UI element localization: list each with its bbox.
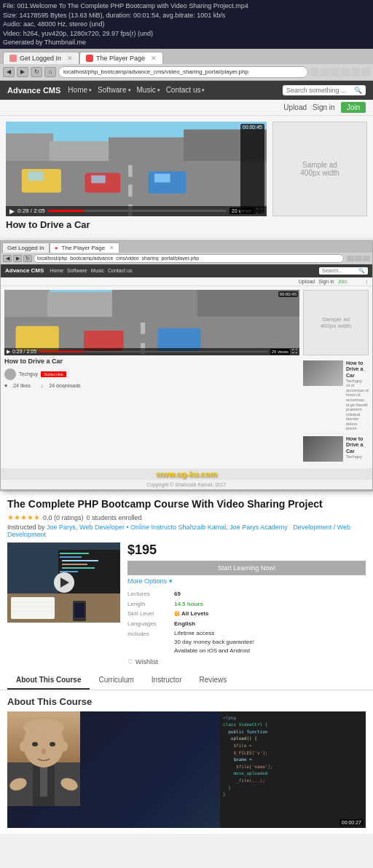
start-learning-button[interactable]: Start Learning Now! bbox=[127, 561, 366, 575]
svg-rect-2 bbox=[50, 141, 113, 161]
instructor-line: Instructed by Joe Parys, Web Developer •… bbox=[7, 524, 366, 538]
tab-about-course[interactable]: About This Course bbox=[7, 671, 90, 690]
course-section: The Complete PHP Bootcamp Course With Vi… bbox=[0, 490, 373, 671]
svg-rect-24 bbox=[16, 326, 59, 351]
thumb-channel-2: Techguy bbox=[346, 454, 369, 459]
nav-home[interactable]: Home bbox=[68, 86, 92, 94]
header-search[interactable]: 🔍 bbox=[283, 85, 366, 95]
inner-search-icon[interactable]: 🔍 bbox=[358, 268, 365, 274]
instructor-link[interactable]: Joe Parys, Web Developer • Online Instru… bbox=[47, 524, 288, 531]
inner-upload[interactable]: Upload bbox=[299, 279, 315, 284]
meta-includes: Includes Lifetime access30 day money bac… bbox=[127, 629, 366, 655]
inner-join[interactable]: Join bbox=[338, 279, 348, 284]
meta-length: Length 14.5 hours bbox=[127, 599, 366, 609]
tab-get-logged-in[interactable]: Get Logged In ✕ bbox=[3, 52, 79, 64]
second-tab-login[interactable]: Get Logged In bbox=[2, 242, 50, 253]
join-button[interactable]: Join bbox=[341, 102, 366, 113]
video-controls: ▶ 0:29 / 2:05 20 views ⛶ bbox=[6, 206, 267, 216]
inner-search[interactable]: 🔍 bbox=[319, 267, 368, 275]
copyright-text: Copyright © Shahzaib Kamal, 2017 bbox=[146, 482, 226, 487]
file-info-bar: File: 001.Welcome To The Complete PHP Bo… bbox=[0, 0, 373, 49]
inner-video-section: ▶ 0:29 / 2:05 20 views ⛶ 00:00:45 How to… bbox=[4, 290, 299, 465]
progress-bar[interactable] bbox=[48, 210, 227, 212]
tab-close[interactable]: ✕ bbox=[67, 55, 73, 62]
inner-video-title: How to Drive a Car bbox=[4, 355, 299, 367]
meta-skill: Skill Level ▤ All Levels bbox=[127, 609, 366, 619]
upload-link[interactable]: Upload bbox=[283, 103, 307, 111]
copyright-bar: Copyright © Shahzaib Kamal, 2017 bbox=[1, 480, 372, 489]
inner-video-controls: ▶ 0:29 / 2:05 20 views ⛶ bbox=[4, 348, 299, 355]
course-thumbnail[interactable] bbox=[7, 542, 120, 623]
wishlist-button[interactable]: ♡ Wishlist bbox=[127, 658, 366, 666]
course-rating: ★★★★★ 0.0 (0 ratings) 0 students enrolle… bbox=[7, 513, 366, 521]
video-player[interactable]: ▶ 0:29 / 2:05 20 views ⛶ 00:00:45 bbox=[6, 122, 267, 216]
inner-nav-contact[interactable]: Contact us bbox=[108, 268, 132, 273]
play-circle[interactable] bbox=[54, 572, 74, 593]
second-browser: Get Logged In ● The Player Page ✕ ◀ ▶ ↻ … bbox=[0, 240, 373, 490]
nav-software[interactable]: Software bbox=[98, 86, 130, 94]
s-forward-btn[interactable]: ▶ bbox=[13, 255, 22, 262]
tab-player-page[interactable]: The Player Page ✕ bbox=[79, 52, 163, 64]
s-address-bar[interactable] bbox=[34, 254, 344, 263]
refresh-button[interactable]: ↻ bbox=[31, 67, 42, 77]
about-video[interactable]: <?php class VideoCtrl { public function … bbox=[7, 711, 366, 828]
tab-reviews[interactable]: Reviews bbox=[190, 671, 235, 690]
signin-link[interactable]: Sign in bbox=[313, 103, 335, 111]
thumb-desc-1: sit id accumsan id lorem id accumsan id.… bbox=[346, 383, 369, 431]
course-tabs: About This Course Curriculum Instructor … bbox=[0, 671, 373, 690]
svg-rect-3 bbox=[109, 138, 187, 162]
tab-instructor[interactable]: Instructor bbox=[143, 671, 191, 690]
back-button[interactable]: ◀ bbox=[3, 67, 15, 77]
lang-label: Languages bbox=[127, 619, 171, 629]
sidebar-thumb-1[interactable]: How to Drive a Car Techguy sit id accums… bbox=[303, 358, 369, 434]
code-line-7: $name = bbox=[223, 756, 363, 763]
home-button[interactable]: ⌂ bbox=[44, 67, 56, 77]
svg-rect-19 bbox=[112, 290, 203, 317]
inner-search-input[interactable] bbox=[322, 268, 358, 273]
forward-button[interactable]: ▶ bbox=[17, 67, 28, 77]
inner-fullscreen[interactable]: ⛶ bbox=[292, 349, 297, 354]
browser-addressbar-1: ◀ ▶ ↻ ⌂ bbox=[0, 64, 373, 80]
action-bar: Upload Sign in Join bbox=[0, 100, 373, 116]
s-back-btn[interactable]: ◀ bbox=[3, 255, 12, 262]
sidebar-thumb-2[interactable]: How to Drive a Car Techguy bbox=[303, 434, 369, 465]
inner-play-btn[interactable]: ▶ bbox=[7, 349, 10, 355]
inner-ad-title: Sample ad bbox=[322, 316, 350, 323]
watermark-text: www.og-ku.com bbox=[1, 468, 372, 480]
downloads-text: 24 downloads bbox=[49, 383, 80, 388]
browser-icon-6 bbox=[361, 68, 370, 76]
svg-rect-14 bbox=[91, 175, 106, 184]
inner-progress-bar[interactable] bbox=[39, 351, 268, 352]
timer-badge-top: 00:00:45 bbox=[240, 124, 264, 214]
inner-nav-software[interactable]: Software bbox=[67, 268, 87, 273]
nav-contact[interactable]: Contact us bbox=[166, 86, 205, 94]
play-overlay[interactable] bbox=[7, 542, 120, 623]
inner-nav-music[interactable]: Music bbox=[91, 268, 104, 273]
thumb-info-2: How to Drive a Car Techguy bbox=[346, 436, 369, 462]
svg-rect-6 bbox=[128, 165, 132, 177]
file-info-line5: Generated by Thumbnail.me bbox=[3, 38, 370, 47]
address-bar[interactable] bbox=[58, 66, 308, 78]
inner-ad-subtitle: 400px width bbox=[321, 323, 352, 329]
tab-close-active[interactable]: ✕ bbox=[151, 55, 157, 62]
more-options-link[interactable]: More Options ▾ bbox=[127, 577, 366, 585]
play-button[interactable]: ▶ bbox=[9, 208, 15, 215]
meta-language: Languages English bbox=[127, 619, 366, 629]
svg-point-50 bbox=[42, 749, 46, 754]
inner-video-player[interactable]: ▶ 0:29 / 2:05 20 views ⛶ 00:00:45 bbox=[4, 290, 299, 355]
nav-music[interactable]: Music bbox=[137, 86, 160, 94]
code-line-4: upload() { bbox=[223, 735, 363, 742]
search-input[interactable] bbox=[286, 87, 352, 94]
inner-nav-home[interactable]: Home bbox=[50, 268, 63, 273]
second-tab-player[interactable]: ● The Player Page ✕ bbox=[50, 242, 119, 253]
browser-tabs-1: Get Logged In ✕ The Player Page ✕ bbox=[0, 49, 373, 64]
course-title: The Complete PHP Bootcamp Course With Vi… bbox=[7, 497, 366, 510]
video-scene bbox=[6, 122, 267, 216]
search-icon[interactable]: 🔍 bbox=[354, 87, 362, 94]
subscribe-button[interactable]: Subscribe bbox=[41, 371, 66, 377]
inner-timer-badge: 00:00:45 bbox=[278, 291, 298, 297]
inner-signin[interactable]: Sign in bbox=[318, 279, 334, 284]
tab-curriculum[interactable]: Curriculum bbox=[90, 671, 142, 690]
second-tab-close[interactable]: ✕ bbox=[109, 245, 114, 251]
s-refresh-btn[interactable]: ↻ bbox=[23, 255, 32, 262]
